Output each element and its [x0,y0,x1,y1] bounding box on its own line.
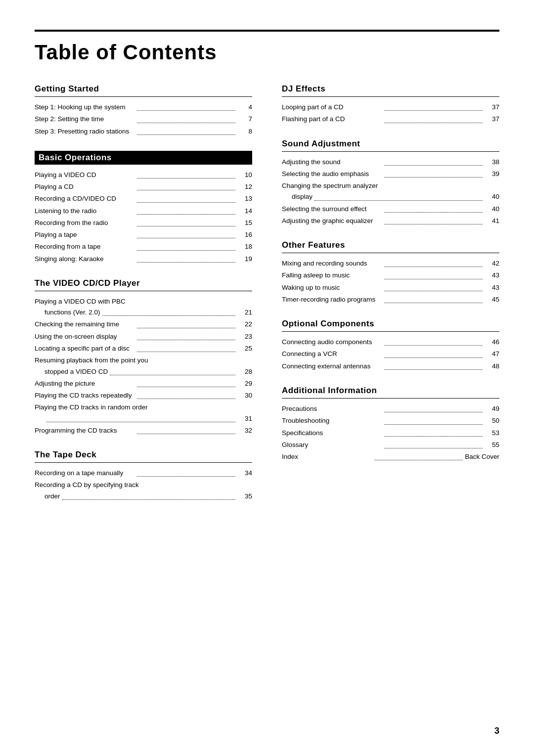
section-basic-operations: Basic Operations Playing a VIDEO CD 10 P… [35,151,252,265]
list-item: Looping part of a CD 37 [282,102,499,113]
section-title-additional-information: Additional Information [282,386,499,399]
list-item: Selecting the surround effect 40 [282,204,499,215]
list-item: Adjusting the picture 29 [35,378,252,389]
section-title-sound-adjustment: Sound Adjustment [282,139,499,152]
list-item: Recording on a tape manually 34 [35,468,252,479]
section-title-dj-effects: DJ Effects [282,84,499,97]
list-item: Resuming playback from the point you sto… [35,355,252,377]
list-item: Step 1: Hooking up the system 4 [35,102,252,113]
section-other-features: Other Features Mixing and recording soun… [282,240,499,305]
list-item: Index Back Cover [282,451,499,462]
toc-columns: Getting Started Step 1: Hooking up the s… [35,84,499,516]
list-item: Recording a CD by specifying track order… [35,480,252,502]
list-item: Singing along: Karaoke 19 [35,254,252,265]
list-item: Connecting audio components 46 [282,337,499,348]
list-item: Step 2: Setting the time 7 [35,114,252,125]
list-item: Playing a VIDEO CD with PBC functions (V… [35,296,252,318]
list-item: Changing the spectrum analyzer display 4… [282,180,499,203]
list-item: Playing a VIDEO CD 10 [35,170,252,180]
list-item: Falling asleep to music 43 [282,270,499,281]
list-item: Connecting a VCR 47 [282,349,499,359]
list-item: Adjusting the graphic equalizer 41 [282,216,499,226]
list-item: Precautions 49 [282,403,499,414]
page-number: 3 [494,726,499,736]
list-item: Adjusting the sound 38 [282,157,499,168]
list-item: Waking up to music 43 [282,282,499,293]
list-item: Mixing and recording sounds 42 [282,258,499,269]
list-item: Programming the CD tracks 32 [35,425,252,436]
list-item: Connecting external antennas 48 [282,361,499,372]
right-column: DJ Effects Looping part of a CD 37 Flash… [282,84,499,516]
list-item: Playing the CD tracks in random order 31 [35,402,252,424]
section-title-video-cd-player: The VIDEO CD/CD Player [35,278,252,291]
list-item: Step 3: Presetting radio stations 8 [35,126,252,137]
section-title-getting-started: Getting Started [35,84,252,97]
section-dj-effects: DJ Effects Looping part of a CD 37 Flash… [282,84,499,125]
list-item: Playing the CD tracks repeatedly 30 [35,390,252,401]
list-item: Locating a specific part of a disc 25 [35,343,252,354]
list-item: Playing a CD 12 [35,181,252,192]
section-video-cd-player: The VIDEO CD/CD Player Playing a VIDEO C… [35,278,252,436]
left-column: Getting Started Step 1: Hooking up the s… [35,84,252,516]
section-tape-deck: The Tape Deck Recording on a tape manual… [35,450,252,502]
list-item: Listening to the radio 14 [35,206,252,217]
list-item: Glossary 55 [282,440,499,450]
section-title-other-features: Other Features [282,240,499,253]
list-item: Troubleshooting 50 [282,415,499,426]
list-item: Flashing part of a CD 37 [282,114,499,125]
section-getting-started: Getting Started Step 1: Hooking up the s… [35,84,252,137]
section-sound-adjustment: Sound Adjustment Adjusting the sound 38 … [282,139,499,227]
list-item: Timer-recording radio programs 45 [282,294,499,305]
page-title: Table of Contents [35,30,499,64]
section-additional-information: Additional Information Precautions 49 Tr… [282,386,499,462]
list-item: Playing a tape 16 [35,229,252,240]
list-item: Recording a CD/VIDEO CD 13 [35,193,252,204]
list-item: Checking the remaining time 22 [35,319,252,330]
section-optional-components: Optional Components Connecting audio com… [282,319,499,372]
section-title-basic-operations: Basic Operations [35,151,252,165]
list-item: Recording from the radio 15 [35,218,252,228]
list-item: Using the on-screen display 23 [35,331,252,342]
list-item: Selecting the audio emphasis 39 [282,169,499,179]
list-item: Recording from a tape 18 [35,241,252,252]
section-title-optional-components: Optional Components [282,319,499,332]
list-item: Specifications 53 [282,428,499,439]
section-title-tape-deck: The Tape Deck [35,450,252,463]
